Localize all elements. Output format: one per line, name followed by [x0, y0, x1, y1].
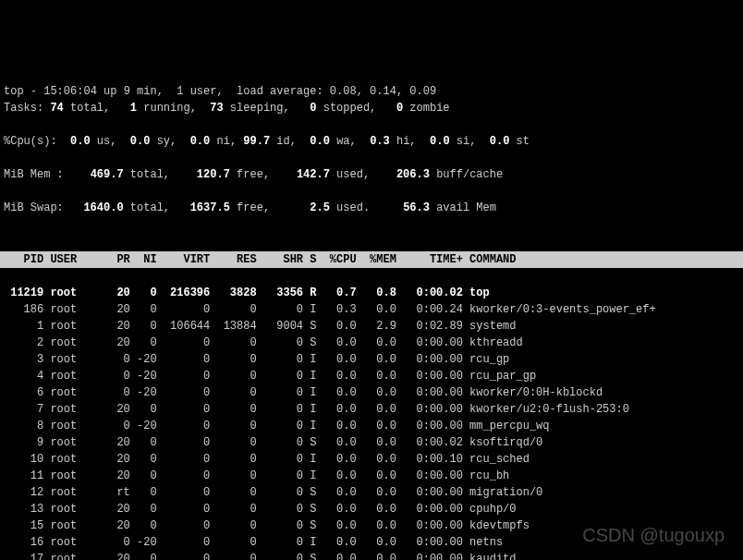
- process-row[interactable]: 17 root 20 0 0 0 0 S 0.0 0.0 0:00.00 kau…: [4, 551, 739, 560]
- process-table[interactable]: 11219 root 20 0 216396 3828 3356 R 0.7 0…: [0, 285, 743, 560]
- process-row[interactable]: 4 root 0 -20 0 0 0 I 0.0 0.0 0:00.00 rcu…: [4, 368, 739, 384]
- process-row[interactable]: 8 root 0 -20 0 0 0 I 0.0 0.0 0:00.00 mm_…: [4, 418, 739, 434]
- process-table-header[interactable]: PID USER PR NI VIRT RES SHR S %CPU %MEM …: [0, 251, 743, 268]
- summary-line-1: top - 15:06:04 up 9 min, 1 user, load av…: [4, 85, 436, 98]
- process-row[interactable]: 1 root 20 0 106644 13884 9004 S 0.0 2.9 …: [4, 318, 739, 335]
- process-row[interactable]: 3 root 0 -20 0 0 0 I 0.0 0.0 0:00.00 rcu…: [4, 351, 739, 368]
- process-row[interactable]: 6 root 0 -20 0 0 0 I 0.0 0.0 0:00.00 kwo…: [4, 384, 739, 401]
- summary-line-cpu: %Cpu(s): 0.0 us, 0.0 sy, 0.0 ni, 99.7 id…: [4, 133, 739, 150]
- summary-line-swap: MiB Swap: 1640.0 total, 1637.5 free, 2.5…: [4, 200, 739, 216]
- process-row[interactable]: 10 root 20 0 0 0 0 I 0.0 0.0 0:00.10 rcu…: [4, 451, 739, 468]
- process-row[interactable]: 16 root 0 -20 0 0 0 I 0.0 0.0 0:00.00 ne…: [4, 534, 739, 551]
- process-row[interactable]: 186 root 20 0 0 0 0 I 0.3 0.0 0:00.24 kw…: [4, 301, 739, 318]
- process-row[interactable]: 11 root 20 0 0 0 0 I 0.0 0.0 0:00.00 rcu…: [4, 468, 739, 484]
- process-row[interactable]: 11219 root 20 0 216396 3828 3356 R 0.7 0…: [4, 285, 739, 301]
- summary-line-mem: MiB Mem : 469.7 total, 120.7 free, 142.7…: [4, 166, 739, 183]
- process-row[interactable]: 15 root 20 0 0 0 0 S 0.0 0.0 0:00.00 kde…: [4, 517, 739, 534]
- process-row[interactable]: 7 root 20 0 0 0 0 I 0.0 0.0 0:00.00 kwor…: [4, 401, 739, 418]
- process-row[interactable]: 9 root 20 0 0 0 0 S 0.0 0.0 0:00.02 ksof…: [4, 434, 739, 451]
- summary-line-tasks: Tasks: 74 total, 1 running, 73 sleeping,…: [4, 100, 739, 116]
- process-row[interactable]: 12 root rt 0 0 0 0 S 0.0 0.0 0:00.00 mig…: [4, 484, 739, 501]
- summary-area: top - 15:06:04 up 9 min, 1 user, load av…: [0, 67, 743, 235]
- process-row[interactable]: 13 root 20 0 0 0 0 S 0.0 0.0 0:00.00 cpu…: [4, 501, 739, 517]
- process-row[interactable]: 2 root 20 0 0 0 0 S 0.0 0.0 0:00.00 kthr…: [4, 335, 739, 351]
